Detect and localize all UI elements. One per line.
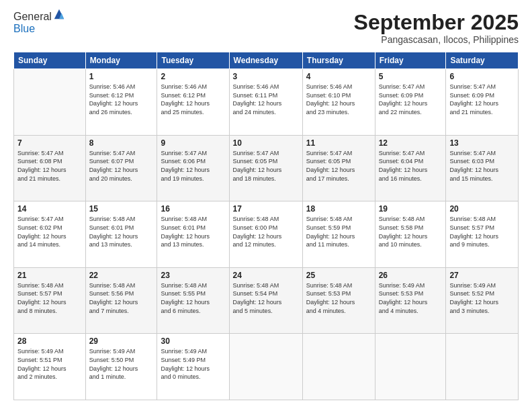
day-number: 3 <box>233 72 299 81</box>
day-info: Sunrise: 5:48 AM Sunset: 5:57 PM Dayligh… <box>449 215 515 248</box>
day-number: 19 <box>379 204 443 214</box>
day-number: 27 <box>449 271 515 280</box>
day-number: 29 <box>89 336 154 346</box>
logo-blue-text: Blue <box>13 23 35 34</box>
calendar-cell: 7Sunrise: 5:47 AM Sunset: 6:08 PM Daylig… <box>14 135 86 201</box>
day-info: Sunrise: 5:47 AM Sunset: 6:06 PM Dayligh… <box>161 149 225 183</box>
day-number: 23 <box>161 271 225 280</box>
calendar-cell: 1Sunrise: 5:46 AM Sunset: 6:12 PM Daylig… <box>85 69 157 136</box>
logo-general-text: General <box>13 11 52 22</box>
day-info: Sunrise: 5:47 AM Sunset: 6:02 PM Dayligh… <box>17 215 82 248</box>
calendar-subtitle: Pangascasan, Ilocos, Philippines <box>354 34 519 45</box>
day-number: 15 <box>89 204 154 214</box>
day-info: Sunrise: 5:48 AM Sunset: 5:54 PM Dayligh… <box>233 281 299 315</box>
day-info: Sunrise: 5:47 AM Sunset: 6:07 PM Dayligh… <box>89 149 154 183</box>
day-info: Sunrise: 5:48 AM Sunset: 5:55 PM Dayligh… <box>161 281 225 315</box>
day-info: Sunrise: 5:48 AM Sunset: 6:01 PM Dayligh… <box>89 215 154 248</box>
header-saturday: Saturday <box>446 52 519 69</box>
day-number: 17 <box>233 204 299 214</box>
day-info: Sunrise: 5:48 AM Sunset: 6:01 PM Dayligh… <box>161 215 225 248</box>
day-info: Sunrise: 5:48 AM Sunset: 5:59 PM Dayligh… <box>306 215 371 248</box>
calendar-cell: 3Sunrise: 5:46 AM Sunset: 6:11 PM Daylig… <box>229 69 302 136</box>
day-number: 11 <box>306 138 371 148</box>
day-info: Sunrise: 5:48 AM Sunset: 5:57 PM Dayligh… <box>17 281 82 315</box>
day-info: Sunrise: 5:48 AM Sunset: 5:56 PM Dayligh… <box>89 281 154 315</box>
day-info: Sunrise: 5:49 AM Sunset: 5:52 PM Dayligh… <box>449 281 515 315</box>
calendar-cell: 29Sunrise: 5:49 AM Sunset: 5:50 PM Dayli… <box>85 334 157 400</box>
day-number: 13 <box>449 138 515 148</box>
day-info: Sunrise: 5:47 AM Sunset: 6:03 PM Dayligh… <box>449 149 515 183</box>
weekday-header-row: Sunday Monday Tuesday Wednesday Thursday… <box>14 52 519 69</box>
day-info: Sunrise: 5:49 AM Sunset: 5:51 PM Dayligh… <box>17 347 82 381</box>
calendar-title: September 2025 <box>354 11 519 34</box>
day-number: 10 <box>233 138 299 148</box>
day-number: 26 <box>379 271 443 280</box>
day-number: 8 <box>89 138 154 148</box>
calendar-cell: 12Sunrise: 5:47 AM Sunset: 6:04 PM Dayli… <box>375 135 446 201</box>
week-row-4: 21Sunrise: 5:48 AM Sunset: 5:57 PM Dayli… <box>14 267 519 334</box>
day-info: Sunrise: 5:47 AM Sunset: 6:09 PM Dayligh… <box>379 83 443 116</box>
logo: General Blue <box>13 11 65 35</box>
day-number: 18 <box>306 204 371 214</box>
calendar-cell: 19Sunrise: 5:48 AM Sunset: 5:58 PM Dayli… <box>375 201 446 268</box>
calendar-cell: 16Sunrise: 5:48 AM Sunset: 6:01 PM Dayli… <box>157 201 229 268</box>
day-info: Sunrise: 5:49 AM Sunset: 5:49 PM Dayligh… <box>161 347 225 381</box>
day-info: Sunrise: 5:49 AM Sunset: 5:53 PM Dayligh… <box>379 281 443 315</box>
calendar-cell: 6Sunrise: 5:47 AM Sunset: 6:09 PM Daylig… <box>446 69 519 136</box>
day-number: 24 <box>233 271 299 280</box>
calendar-cell: 25Sunrise: 5:48 AM Sunset: 5:53 PM Dayli… <box>302 267 375 334</box>
calendar-cell: 26Sunrise: 5:49 AM Sunset: 5:53 PM Dayli… <box>375 267 446 334</box>
calendar-cell: 27Sunrise: 5:49 AM Sunset: 5:52 PM Dayli… <box>446 267 519 334</box>
calendar-cell <box>14 69 86 136</box>
calendar-cell: 24Sunrise: 5:48 AM Sunset: 5:54 PM Dayli… <box>229 267 302 334</box>
calendar-cell <box>229 334 302 400</box>
calendar-cell: 5Sunrise: 5:47 AM Sunset: 6:09 PM Daylig… <box>375 69 446 136</box>
calendar-cell: 15Sunrise: 5:48 AM Sunset: 6:01 PM Dayli… <box>85 201 157 268</box>
header-friday: Friday <box>375 52 446 69</box>
day-number: 21 <box>17 271 82 280</box>
day-number: 28 <box>17 336 82 346</box>
day-info: Sunrise: 5:47 AM Sunset: 6:05 PM Dayligh… <box>306 149 371 183</box>
calendar-cell: 21Sunrise: 5:48 AM Sunset: 5:57 PM Dayli… <box>14 267 86 334</box>
day-number: 20 <box>449 204 515 214</box>
day-info: Sunrise: 5:46 AM Sunset: 6:10 PM Dayligh… <box>306 83 371 116</box>
day-number: 16 <box>161 204 225 214</box>
calendar-cell: 4Sunrise: 5:46 AM Sunset: 6:10 PM Daylig… <box>302 69 375 136</box>
calendar-cell: 8Sunrise: 5:47 AM Sunset: 6:07 PM Daylig… <box>85 135 157 201</box>
day-number: 9 <box>161 138 225 148</box>
calendar-cell: 11Sunrise: 5:47 AM Sunset: 6:05 PM Dayli… <box>302 135 375 201</box>
day-number: 4 <box>306 72 371 81</box>
calendar-cell: 20Sunrise: 5:48 AM Sunset: 5:57 PM Dayli… <box>446 201 519 268</box>
calendar-table: Sunday Monday Tuesday Wednesday Thursday… <box>13 52 519 400</box>
day-number: 1 <box>89 72 154 81</box>
calendar-cell: 13Sunrise: 5:47 AM Sunset: 6:03 PM Dayli… <box>446 135 519 201</box>
day-number: 30 <box>161 336 225 346</box>
calendar-cell: 18Sunrise: 5:48 AM Sunset: 5:59 PM Dayli… <box>302 201 375 268</box>
day-number: 5 <box>379 72 443 81</box>
day-number: 2 <box>161 72 225 81</box>
calendar-cell: 2Sunrise: 5:46 AM Sunset: 6:12 PM Daylig… <box>157 69 229 136</box>
day-number: 6 <box>449 72 515 81</box>
day-info: Sunrise: 5:46 AM Sunset: 6:12 PM Dayligh… <box>161 83 225 116</box>
calendar-cell: 28Sunrise: 5:49 AM Sunset: 5:51 PM Dayli… <box>14 334 86 400</box>
day-info: Sunrise: 5:47 AM Sunset: 6:08 PM Dayligh… <box>17 149 82 183</box>
day-number: 12 <box>379 138 443 148</box>
day-info: Sunrise: 5:48 AM Sunset: 5:58 PM Dayligh… <box>379 215 443 248</box>
day-info: Sunrise: 5:48 AM Sunset: 5:53 PM Dayligh… <box>306 281 371 315</box>
calendar-cell: 17Sunrise: 5:48 AM Sunset: 6:00 PM Dayli… <box>229 201 302 268</box>
header-sunday: Sunday <box>14 52 86 69</box>
calendar-cell: 14Sunrise: 5:47 AM Sunset: 6:02 PM Dayli… <box>14 201 86 268</box>
logo-icon <box>53 8 65 20</box>
day-info: Sunrise: 5:49 AM Sunset: 5:50 PM Dayligh… <box>89 347 154 381</box>
day-info: Sunrise: 5:47 AM Sunset: 6:04 PM Dayligh… <box>379 149 443 183</box>
day-info: Sunrise: 5:46 AM Sunset: 6:11 PM Dayligh… <box>233 83 299 116</box>
header-tuesday: Tuesday <box>157 52 229 69</box>
calendar-cell <box>446 334 519 400</box>
calendar-cell: 9Sunrise: 5:47 AM Sunset: 6:06 PM Daylig… <box>157 135 229 201</box>
header-monday: Monday <box>85 52 157 69</box>
calendar-cell: 22Sunrise: 5:48 AM Sunset: 5:56 PM Dayli… <box>85 267 157 334</box>
week-row-2: 7Sunrise: 5:47 AM Sunset: 6:08 PM Daylig… <box>14 135 519 201</box>
header-thursday: Thursday <box>302 52 375 69</box>
calendar-cell <box>302 334 375 400</box>
header-wednesday: Wednesday <box>229 52 302 69</box>
